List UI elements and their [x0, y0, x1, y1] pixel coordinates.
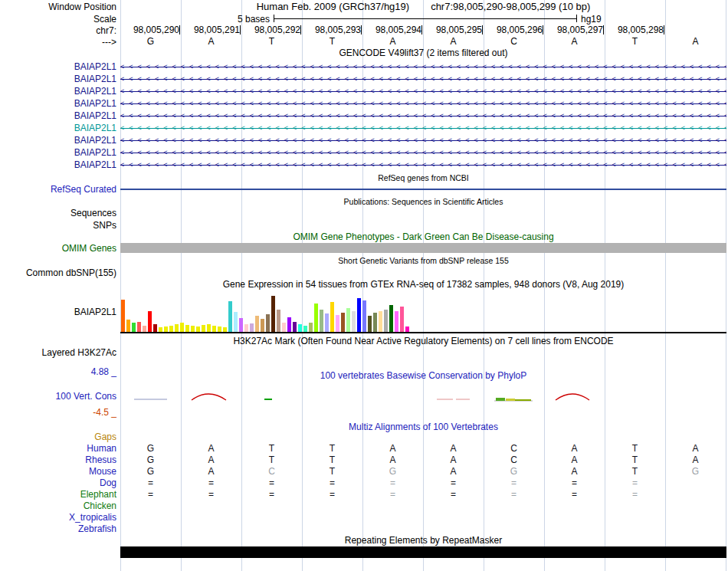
- gtex-expression-chart[interactable]: [121, 295, 412, 332]
- transcript-direction-arrows-icon: <<<<<<<<<<<<<<<<<<<<<<<<<<<<<<<<<<<<<<<<…: [120, 146, 726, 159]
- gtex-expression-bar[interactable]: [320, 310, 323, 332]
- refseq-curated-label[interactable]: RefSeq Curated: [0, 184, 116, 195]
- gtex-expression-bar[interactable]: [309, 323, 313, 332]
- track-label-gencode-item[interactable]: BAIAP2L1: [0, 110, 116, 122]
- transcript-direction-arrows-icon: <<<<<<<<<<<<<<<<<<<<<<<<<<<<<<<<<<<<<<<<…: [120, 122, 726, 134]
- conservation-track-label[interactable]: 100 Vert. Cons: [0, 391, 116, 402]
- alignment-base: A: [362, 443, 423, 455]
- gtex-expression-bar[interactable]: [346, 308, 350, 332]
- omim-gene-bar[interactable]: [120, 243, 726, 253]
- gtex-expression-bar[interactable]: [250, 323, 254, 332]
- gtex-expression-bar[interactable]: [368, 316, 372, 332]
- gtex-expression-bar[interactable]: [180, 323, 184, 332]
- gtex-expression-bar[interactable]: [169, 326, 173, 332]
- transcript-direction-arrows-icon: <<<<<<<<<<<<<<<<<<<<<<<<<<<<<<<<<<<<<<<<…: [120, 97, 726, 110]
- gtex-expression-bar[interactable]: [207, 324, 211, 332]
- gencode-transcript-item[interactable]: <<<<<<<<<<<<<<<<<<<<<<<<<<<<<<<<<<<<<<<<…: [120, 122, 726, 134]
- gtex-expression-bar[interactable]: [379, 311, 382, 332]
- gtex-expression-bar[interactable]: [282, 323, 286, 332]
- track-label-gencode-item[interactable]: BAIAP2L1: [0, 73, 116, 85]
- snps-label[interactable]: SNPs: [0, 220, 116, 231]
- gencode-transcript-item[interactable]: <<<<<<<<<<<<<<<<<<<<<<<<<<<<<<<<<<<<<<<<…: [120, 134, 726, 146]
- gtex-expression-bar[interactable]: [336, 315, 339, 332]
- gtex-expression-bar[interactable]: [143, 326, 146, 332]
- alignment-base: =: [120, 489, 181, 500]
- gtex-expression-bar[interactable]: [293, 322, 297, 332]
- gtex-expression-bar[interactable]: [298, 324, 302, 332]
- gtex-expression-bar[interactable]: [196, 327, 200, 332]
- strand-direction-label: --->: [0, 37, 116, 48]
- layered-h3k27ac-label[interactable]: Layered H3K27Ac: [0, 347, 116, 358]
- track-label-gencode-item[interactable]: BAIAP2L1: [0, 122, 116, 134]
- track-label-gencode-item[interactable]: BAIAP2L1: [0, 134, 116, 146]
- gtex-expression-bar[interactable]: [132, 323, 136, 332]
- gtex-expression-bar[interactable]: [244, 324, 248, 332]
- gencode-transcript-item[interactable]: <<<<<<<<<<<<<<<<<<<<<<<<<<<<<<<<<<<<<<<<…: [120, 159, 726, 171]
- gtex-expression-bar[interactable]: [287, 317, 291, 332]
- gtex-expression-bar[interactable]: [277, 310, 280, 332]
- gtex-expression-bar[interactable]: [148, 311, 152, 332]
- gtex-expression-bar[interactable]: [405, 327, 409, 332]
- gtex-expression-bar[interactable]: [325, 313, 329, 332]
- common-dbsnp-label[interactable]: Common dbSNP(155): [0, 267, 116, 278]
- scale-value: 5 bases: [120, 14, 270, 25]
- track-label-gencode-item[interactable]: BAIAP2L1: [0, 146, 116, 159]
- gtex-expression-bar[interactable]: [234, 312, 238, 332]
- gencode-transcript-item[interactable]: <<<<<<<<<<<<<<<<<<<<<<<<<<<<<<<<<<<<<<<<…: [120, 61, 726, 73]
- gencode-transcript-item[interactable]: <<<<<<<<<<<<<<<<<<<<<<<<<<<<<<<<<<<<<<<<…: [120, 110, 726, 122]
- transcript-direction-arrows-icon: <<<<<<<<<<<<<<<<<<<<<<<<<<<<<<<<<<<<<<<<…: [120, 61, 726, 73]
- gtex-expression-bar[interactable]: [126, 320, 130, 332]
- gtex-expression-bar[interactable]: [239, 318, 243, 332]
- gtex-expression-bar[interactable]: [202, 325, 205, 332]
- gtex-expression-bar[interactable]: [341, 313, 345, 332]
- gencode-transcript-item[interactable]: <<<<<<<<<<<<<<<<<<<<<<<<<<<<<<<<<<<<<<<<…: [120, 97, 726, 110]
- gtex-expression-bar[interactable]: [185, 325, 189, 332]
- gtex-expression-bar[interactable]: [228, 301, 232, 332]
- track-label-gencode-item[interactable]: BAIAP2L1: [0, 85, 116, 97]
- gtex-expression-bar[interactable]: [255, 316, 259, 332]
- gtex-expression-bar[interactable]: [261, 319, 264, 332]
- gtex-expression-bar[interactable]: [212, 326, 216, 332]
- track-label-gencode-item[interactable]: BAIAP2L1: [0, 159, 116, 171]
- alignment-base: =: [241, 489, 302, 500]
- transcript-direction-arrows-icon: <<<<<<<<<<<<<<<<<<<<<<<<<<<<<<<<<<<<<<<<…: [120, 134, 726, 146]
- track-label-gencode-item[interactable]: BAIAP2L1: [0, 97, 116, 110]
- gencode-transcript-item[interactable]: <<<<<<<<<<<<<<<<<<<<<<<<<<<<<<<<<<<<<<<<…: [120, 73, 726, 85]
- gtex-expression-bar[interactable]: [389, 305, 393, 332]
- gencode-transcript-item[interactable]: <<<<<<<<<<<<<<<<<<<<<<<<<<<<<<<<<<<<<<<<…: [120, 146, 726, 159]
- gtex-expression-bar[interactable]: [121, 300, 125, 332]
- sequences-label[interactable]: Sequences: [0, 208, 116, 218]
- track-label-gencode-item[interactable]: BAIAP2L1: [0, 61, 116, 73]
- gtex-expression-bar[interactable]: [362, 300, 366, 332]
- repeatmasker-label[interactable]: RepeatMasker: [0, 547, 116, 558]
- alignment-base: A: [362, 455, 423, 466]
- gtex-gene-label[interactable]: BAIAP2L1: [0, 307, 116, 317]
- gtex-expression-bar[interactable]: [271, 296, 275, 332]
- alignment-base: =: [362, 477, 423, 489]
- repeatmasker-element-bar[interactable]: [120, 546, 726, 558]
- omim-genes-label[interactable]: OMIM Genes: [0, 243, 116, 254]
- gtex-expression-bar[interactable]: [330, 302, 334, 332]
- h3k27ac-track-title: H3K27Ac Mark (Often Found Near Active Re…: [120, 336, 726, 346]
- gtex-expression-bar[interactable]: [314, 304, 318, 332]
- refseq-curated-item[interactable]: [120, 189, 726, 190]
- gtex-expression-bar[interactable]: [373, 313, 377, 332]
- gtex-expression-bar[interactable]: [400, 307, 404, 332]
- gtex-expression-bar[interactable]: [303, 326, 307, 332]
- coordinate-label: 98,005,298: [605, 25, 664, 34]
- gtex-expression-bar[interactable]: [175, 324, 179, 332]
- gencode-transcript-item[interactable]: <<<<<<<<<<<<<<<<<<<<<<<<<<<<<<<<<<<<<<<<…: [120, 85, 726, 97]
- gtex-expression-bar[interactable]: [153, 324, 157, 332]
- gtex-expression-bar[interactable]: [218, 327, 221, 332]
- gtex-expression-bar[interactable]: [191, 326, 195, 332]
- gtex-expression-bar[interactable]: [357, 298, 361, 332]
- gtex-expression-bar[interactable]: [266, 314, 270, 332]
- gtex-expression-bar[interactable]: [384, 310, 388, 332]
- gtex-expression-bar[interactable]: [395, 311, 398, 332]
- coordinate-ruler[interactable]: 98,005,29098,005,29198,005,29298,005,293…: [120, 25, 726, 35]
- gtex-expression-bar[interactable]: [164, 327, 168, 332]
- transcript-direction-arrows-icon: <<<<<<<<<<<<<<<<<<<<<<<<<<<<<<<<<<<<<<<<…: [120, 110, 726, 122]
- gtex-expression-bar[interactable]: [352, 311, 356, 332]
- sequence-base: A: [181, 37, 241, 47]
- gtex-expression-bar[interactable]: [137, 322, 141, 332]
